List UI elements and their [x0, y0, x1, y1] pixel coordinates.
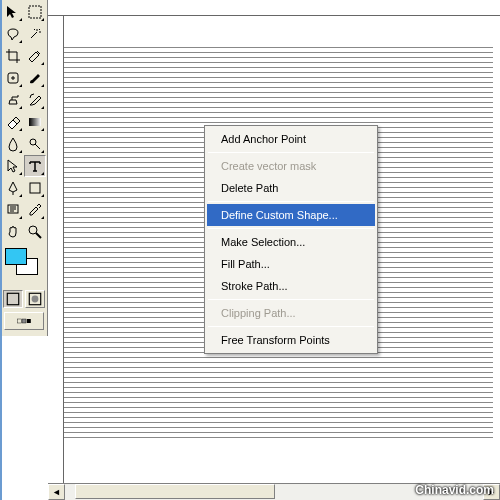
foreground-color-swatch[interactable] [5, 248, 27, 265]
context-menu: Add Anchor PointCreate vector maskDelete… [204, 125, 378, 354]
zoom-tool[interactable] [24, 221, 46, 243]
window-edge [0, 0, 2, 500]
healing-brush-tool[interactable] [2, 67, 24, 89]
menu-item-stroke-path[interactable]: Stroke Path... [207, 275, 375, 297]
menu-item-create-vector-mask: Create vector mask [207, 155, 375, 177]
blur-tool[interactable] [2, 133, 24, 155]
eyedropper-tool[interactable] [24, 199, 46, 221]
svg-rect-2 [29, 118, 41, 126]
svg-rect-12 [26, 319, 30, 323]
magic-wand-tool[interactable] [24, 23, 46, 45]
path-selection-tool[interactable] [2, 155, 24, 177]
menu-item-add-anchor-point[interactable]: Add Anchor Point [207, 128, 375, 150]
menu-separator [208, 152, 374, 153]
svg-rect-0 [29, 6, 41, 18]
screen-mode-button[interactable] [4, 312, 44, 330]
menu-item-clipping-path: Clipping Path... [207, 302, 375, 324]
svg-rect-7 [7, 293, 18, 304]
svg-point-6 [29, 226, 37, 234]
ruler-horizontal [48, 0, 500, 16]
color-swatches[interactable] [2, 246, 45, 276]
shape-tool[interactable] [24, 177, 46, 199]
quick-mask-button[interactable] [25, 290, 45, 308]
ruler-vertical [48, 0, 64, 500]
menu-separator [208, 201, 374, 202]
menu-item-delete-path[interactable]: Delete Path [207, 177, 375, 199]
history-brush-tool[interactable] [24, 89, 46, 111]
gradient-tool[interactable] [24, 111, 46, 133]
crop-tool[interactable] [2, 45, 24, 67]
menu-item-fill-path[interactable]: Fill Path... [207, 253, 375, 275]
hand-tool[interactable] [2, 221, 24, 243]
menu-item-define-custom-shape[interactable]: Define Custom Shape... [207, 204, 375, 226]
toolbox-panel [0, 0, 48, 336]
svg-rect-11 [22, 319, 26, 323]
move-tool[interactable] [2, 1, 24, 23]
menu-item-free-transform-points[interactable]: Free Transform Points [207, 329, 375, 351]
watermark: Chinavid.com [415, 483, 494, 497]
svg-rect-4 [30, 183, 40, 193]
marquee-tool[interactable] [24, 1, 46, 23]
pen-tool[interactable] [2, 177, 24, 199]
menu-separator [208, 299, 374, 300]
menu-item-make-selection[interactable]: Make Selection... [207, 231, 375, 253]
scroll-thumb[interactable] [75, 484, 275, 499]
menu-separator [208, 326, 374, 327]
svg-point-9 [31, 296, 38, 303]
notes-tool[interactable] [2, 199, 24, 221]
dodge-tool[interactable] [24, 133, 46, 155]
clone-stamp-tool[interactable] [2, 89, 24, 111]
eraser-tool[interactable] [2, 111, 24, 133]
lasso-tool[interactable] [2, 23, 24, 45]
svg-rect-10 [17, 319, 21, 323]
brush-tool[interactable] [24, 67, 46, 89]
menu-separator [208, 228, 374, 229]
type-tool[interactable] [24, 155, 46, 177]
slice-tool[interactable] [24, 45, 46, 67]
scroll-left-button[interactable]: ◄ [48, 484, 65, 500]
standard-mode-button[interactable] [3, 290, 23, 308]
